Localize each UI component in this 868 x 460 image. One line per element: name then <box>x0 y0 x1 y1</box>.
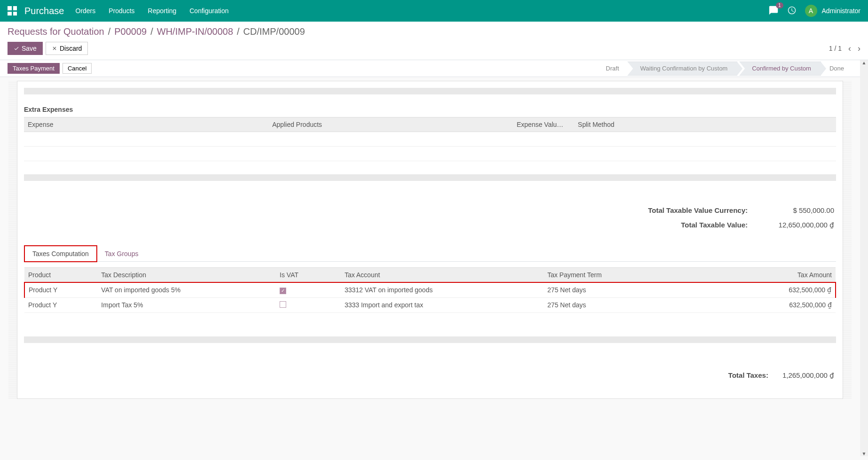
taxes-computation-table: Product Tax Description Is VAT Tax Accou… <box>24 267 836 313</box>
tabs: Taxes Computation Tax Groups <box>24 246 836 262</box>
save-button[interactable]: Save <box>8 42 43 55</box>
cell-tax-desc: VAT on imported goods 5% <box>97 282 276 297</box>
menu-products[interactable]: Products <box>109 7 134 15</box>
status-bar: Taxes Payment Cancel Draft Waiting Confi… <box>0 60 860 77</box>
taxes-payment-button[interactable]: Taxes Payment <box>8 63 60 74</box>
separator-band <box>24 174 836 181</box>
col-split-method[interactable]: Split Method <box>574 117 836 132</box>
separator-band <box>24 88 836 94</box>
systray: 1 A Administrator <box>768 5 860 17</box>
cell-tax-account: 33312 VAT on imported goods <box>341 282 544 297</box>
total-taxes-block: Total Taxes: 1,265,000,000 ₫ <box>24 371 836 380</box>
breadcrumb-rfq[interactable]: Requests for Quotation <box>8 26 104 37</box>
table-row[interactable] <box>24 147 836 161</box>
control-panel: Requests for Quotation / P00009 / WH/IMP… <box>0 22 868 60</box>
apps-icon[interactable] <box>8 6 17 16</box>
menu-configuration[interactable]: Configuration <box>189 7 228 15</box>
total-currency-label: Total Taxable Value Currency: <box>648 206 748 214</box>
totals-block: Total Taxable Value Currency: $ 550,000.… <box>24 206 836 229</box>
cell-is-vat: ✓ <box>276 282 341 297</box>
cell-tax-amount: 632,500,000 ₫ <box>681 282 836 297</box>
col-tax-amount[interactable]: Tax Amount <box>681 268 836 283</box>
avatar: A <box>805 5 817 17</box>
sheet-margin-left <box>8 81 17 399</box>
messaging-icon[interactable]: 1 <box>768 5 779 17</box>
cell-is-vat <box>276 297 341 312</box>
cancel-button[interactable]: Cancel <box>63 63 92 74</box>
form-scroll-area[interactable]: Extra Expenses Expense Applied Products … <box>0 77 860 456</box>
activities-icon[interactable] <box>787 6 797 16</box>
close-icon <box>52 46 57 51</box>
vertical-scrollbar[interactable]: ▲ ▼ <box>860 60 868 456</box>
menu-reporting[interactable]: Reporting <box>148 7 177 15</box>
scroll-up-icon[interactable]: ▲ <box>862 60 867 65</box>
breadcrumb: Requests for Quotation / P00009 / WH/IMP… <box>8 26 860 37</box>
col-tax-desc[interactable]: Tax Description <box>97 268 276 283</box>
total-currency-value: $ 550,000.00 <box>764 206 834 214</box>
total-taxes-value: 1,265,000,000 ₫ <box>782 371 834 380</box>
total-value-value: 12,650,000,000 ₫ <box>764 221 834 229</box>
menu-orders[interactable]: Orders <box>76 7 96 15</box>
status-steps: Draft Waiting Confirmation by Custom Con… <box>599 62 852 76</box>
col-product[interactable]: Product <box>24 268 97 283</box>
pager: 1 / 1 ‹ › <box>829 44 860 54</box>
breadcrumb-current: CD/IMP/00009 <box>243 26 305 37</box>
tab-tax-groups[interactable]: Tax Groups <box>97 246 146 261</box>
col-is-vat[interactable]: Is VAT <box>276 268 341 283</box>
tab-taxes-computation[interactable]: Taxes Computation <box>24 245 97 262</box>
table-row[interactable]: Product Y VAT on imported goods 5% ✓ 333… <box>24 282 836 297</box>
cell-product: Product Y <box>24 297 97 312</box>
check-icon <box>14 46 19 51</box>
cell-tax-desc: Import Tax 5% <box>97 297 276 312</box>
cell-tax-term: 275 Net days <box>544 297 681 312</box>
total-value-label: Total Taxable Value: <box>681 221 748 229</box>
discard-button[interactable]: Discard <box>46 42 88 55</box>
cell-tax-amount: 632,500,000 ₫ <box>681 297 836 312</box>
checkbox-icon[interactable]: ✓ <box>280 288 286 294</box>
notification-badge: 1 <box>776 2 783 8</box>
col-tax-term[interactable]: Tax Payment Term <box>544 268 681 283</box>
status-confirmed[interactable]: Confirmed by Custom <box>739 62 821 76</box>
breadcrumb-po[interactable]: P00009 <box>114 26 147 37</box>
status-done[interactable]: Done <box>823 62 851 76</box>
sheet-margin-right <box>843 81 852 399</box>
total-taxes-label: Total Taxes: <box>728 371 768 380</box>
col-tax-account[interactable]: Tax Account <box>341 268 544 283</box>
scroll-down-icon[interactable]: ▼ <box>862 451 867 456</box>
status-waiting[interactable]: Waiting Confirmation by Custom <box>627 62 737 76</box>
col-expense[interactable]: Expense <box>24 117 268 132</box>
cell-tax-account: 3333 Import and export tax <box>341 297 544 312</box>
pager-prev[interactable]: ‹ <box>848 44 851 54</box>
breadcrumb-picking[interactable]: WH/IMP-IN/00008 <box>157 26 233 37</box>
col-applied-products[interactable]: Applied Products <box>268 117 513 132</box>
user-menu[interactable]: A Administrator <box>805 5 860 17</box>
col-expense-value[interactable]: Expense Valu… <box>513 117 574 132</box>
main-menu: Orders Products Reporting Configuration <box>76 7 768 15</box>
app-brand[interactable]: Purchase <box>24 6 64 16</box>
status-draft[interactable]: Draft <box>599 62 626 76</box>
pager-value[interactable]: 1 / 1 <box>829 45 842 52</box>
top-navbar: Purchase Orders Products Reporting Confi… <box>0 0 868 22</box>
table-row[interactable] <box>24 132 836 147</box>
form-sheet: Extra Expenses Expense Applied Products … <box>17 81 843 399</box>
cell-product: Product Y <box>24 282 97 297</box>
extra-expenses-title: Extra Expenses <box>24 103 836 117</box>
checkbox-icon[interactable] <box>280 301 286 308</box>
cell-tax-term: 275 Net days <box>544 282 681 297</box>
extra-expenses-table: Expense Applied Products Expense Valu… S… <box>24 117 836 161</box>
table-row[interactable]: Product Y Import Tax 5% 3333 Import and … <box>24 297 836 312</box>
separator-band <box>24 336 836 343</box>
user-name: Administrator <box>822 7 860 15</box>
pager-next[interactable]: › <box>858 44 860 54</box>
